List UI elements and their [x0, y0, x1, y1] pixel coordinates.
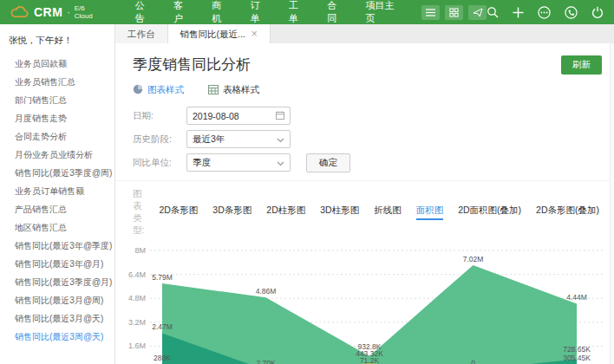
- nav-item[interactable]: 工单: [289, 0, 305, 25]
- chart-type-option[interactable]: 2D条形图(叠加): [536, 205, 599, 220]
- stage-select[interactable]: 最近3年: [186, 130, 291, 148]
- mode-table-style[interactable]: 表格样式: [208, 84, 259, 96]
- page-title: 季度销售同比分析: [133, 55, 251, 75]
- area-chart-svg: 8M6.4M4.8M3.2M1.6M01234平均5.79M2.47M288K4…: [121, 242, 611, 364]
- tab-report-label: 销售同比(最近...: [180, 24, 245, 43]
- nav-item[interactable]: 客户: [173, 0, 190, 25]
- brand-name: CRM: [34, 5, 62, 19]
- sidebar-item[interactable]: 业务员回款额: [0, 55, 114, 74]
- sidebar-item[interactable]: 业务员订单销售额: [0, 183, 114, 201]
- svg-text:4.8M: 4.8M: [128, 294, 146, 302]
- top-nav: 公告客户商机订单工单合同项目主页: [135, 0, 399, 25]
- chart-type-option[interactable]: 3D柱形图: [320, 205, 359, 220]
- view-mode-switch: 图表样式 表格样式: [115, 79, 614, 100]
- sidebar-report-list: 业务员回款额业务员销售汇总部门销售汇总月度销售走势合同走势分析月份业务员业绩分析…: [0, 55, 114, 347]
- chart-type-option[interactable]: 2D面积图(叠加): [458, 205, 521, 220]
- mode-chart-label: 图表样式: [147, 84, 184, 96]
- chevron-down-icon: [277, 134, 284, 145]
- svg-text:71.2K: 71.2K: [360, 356, 380, 364]
- nav-item[interactable]: 合同: [327, 0, 343, 25]
- svg-text:5.79M: 5.79M: [152, 273, 173, 282]
- svg-text:0: 0: [471, 359, 475, 364]
- app-logo[interactable]: CRM · E/6 Cloud: [10, 4, 99, 20]
- stage-value: 最近3年: [193, 133, 225, 146]
- sidebar: 张悦，下午好！ 业务员回款额业务员销售汇总部门销售汇总月度销售走势合同走势分析月…: [0, 24, 115, 364]
- apps-grid-icon[interactable]: [445, 5, 463, 20]
- unit-label: 同比单位:: [133, 157, 186, 169]
- chart-type-option[interactable]: 2D条形图: [159, 205, 198, 220]
- sidebar-item[interactable]: 部门销售汇总: [0, 92, 114, 110]
- sidebar-item[interactable]: 月份业务员业绩分析: [0, 146, 114, 165]
- brand-suffix: E/6 Cloud: [75, 4, 99, 20]
- svg-text:305.45K: 305.45K: [563, 354, 591, 362]
- phone-icon[interactable]: [565, 6, 578, 19]
- app-header: CRM · E/6 Cloud 公告客户商机订单工单合同项目主页: [0, 0, 614, 24]
- svg-text:2.70K: 2.70K: [256, 359, 276, 364]
- sidebar-item[interactable]: 业务员销售汇总: [0, 74, 114, 92]
- sidebar-item[interactable]: 产品销售汇总: [0, 201, 114, 219]
- sidebar-item[interactable]: 月度销售走势: [0, 110, 114, 128]
- chart-type-options: 2D条形图3D条形图2D柱形图3D柱形图折线图面积图2D面积图(叠加)2D条形图…: [159, 205, 599, 220]
- vertical-scrollbar[interactable]: [610, 43, 614, 364]
- sidebar-item[interactable]: 销售同比(最近3年@月): [0, 256, 114, 274]
- sidebar-item[interactable]: 销售同比(最近3月@天): [0, 310, 114, 328]
- nav-item[interactable]: 公告: [135, 0, 152, 25]
- query-form: 日期: 2019-08-08 历史阶段: 最近3年: [115, 100, 614, 180]
- header-tool-buttons: [421, 5, 487, 20]
- table-icon: [208, 85, 219, 96]
- chart-type-option[interactable]: 折线图: [374, 205, 402, 220]
- unit-value: 季度: [193, 157, 211, 169]
- confirm-button[interactable]: 确定: [306, 153, 350, 172]
- power-icon[interactable]: [591, 6, 604, 19]
- date-value: 2019-08-08: [193, 111, 239, 121]
- chevron-down-icon: [277, 158, 284, 168]
- nav-item[interactable]: 项目主页: [365, 0, 399, 25]
- tab-bar: 工作台 销售同比(最近... ×: [115, 24, 614, 43]
- svg-text:6.4M: 6.4M: [128, 270, 146, 279]
- date-label: 日期:: [133, 110, 186, 122]
- stage-label: 历史阶段:: [133, 133, 186, 146]
- tab-workbench[interactable]: 工作台: [115, 24, 168, 43]
- sidebar-item[interactable]: 销售同比(最近3月@周): [0, 292, 114, 310]
- sidebar-item[interactable]: 销售同比(最近3年@季度): [0, 237, 114, 256]
- chart-area: 8M6.4M4.8M3.2M1.6M01234平均5.79M2.47M288K4…: [115, 240, 614, 364]
- mode-table-label: 表格样式: [223, 84, 259, 96]
- svg-text:3.2M: 3.2M: [128, 318, 146, 327]
- cloud-logo-icon: [10, 5, 29, 20]
- mode-chart-style[interactable]: 图表样式: [133, 84, 184, 96]
- brand-separator: ·: [67, 8, 69, 17]
- chart-type-option[interactable]: 面积图: [416, 205, 444, 220]
- refresh-button[interactable]: 刷新: [561, 55, 602, 75]
- sidebar-item[interactable]: 销售同比(最近3周@天): [0, 328, 114, 347]
- nav-item[interactable]: 商机: [212, 0, 228, 25]
- add-icon[interactable]: [513, 7, 524, 18]
- chart-type-option[interactable]: 3D条形图: [212, 205, 251, 220]
- sidebar-item[interactable]: 销售同比(最近3季度@周): [0, 165, 114, 183]
- pie-chart-icon: [133, 84, 143, 96]
- sidebar-greeting: 张悦，下午好！: [0, 32, 114, 55]
- tab-workbench-label: 工作台: [127, 29, 155, 39]
- unit-select[interactable]: 季度: [186, 153, 291, 172]
- chart-type-row: 图表类型: 2D条形图3D条形图2D柱形图3D柱形图折线图面积图2D面积图(叠加…: [115, 180, 614, 240]
- svg-text:4.44M: 4.44M: [566, 293, 587, 302]
- sidebar-item[interactable]: 销售同比(最近3季度@月): [0, 274, 114, 292]
- tab-close-icon[interactable]: ×: [251, 29, 258, 39]
- header-right-icons: [487, 6, 604, 19]
- nav-item[interactable]: 订单: [251, 0, 267, 25]
- sidebar-item[interactable]: 地区销售汇总: [0, 219, 114, 237]
- svg-text:7.02M: 7.02M: [463, 255, 484, 263]
- calendar-icon[interactable]: [276, 111, 284, 121]
- sidebar-item[interactable]: 合同走势分析: [0, 128, 114, 146]
- svg-text:4.86M: 4.86M: [256, 287, 277, 296]
- svg-text:2.47M: 2.47M: [152, 322, 173, 331]
- svg-text:288K: 288K: [154, 354, 171, 362]
- date-input[interactable]: 2019-08-08: [186, 107, 291, 125]
- more-icon[interactable]: [538, 6, 551, 19]
- chart-type-option[interactable]: 2D柱形图: [266, 205, 305, 220]
- tab-report[interactable]: 销售同比(最近... ×: [168, 24, 271, 43]
- send-icon[interactable]: [468, 5, 487, 20]
- chart-type-label: 图表类型:: [133, 188, 144, 237]
- search-icon[interactable]: [487, 6, 499, 18]
- content-area: 工作台 销售同比(最近... × 季度销售同比分析 刷新 图表样式: [115, 24, 614, 364]
- menu-icon[interactable]: [421, 5, 440, 20]
